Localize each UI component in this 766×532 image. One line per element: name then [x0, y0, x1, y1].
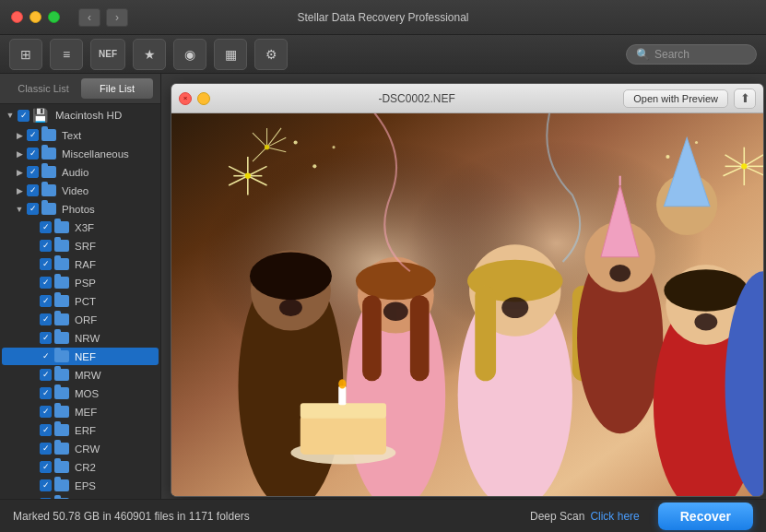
close-button[interactable]: [11, 11, 23, 23]
recover-button[interactable]: Recover: [658, 502, 753, 530]
tree-item-raf[interactable]: ▶RAF: [2, 255, 159, 273]
checkbox-x3f[interactable]: [40, 221, 52, 233]
tree-item-cr2[interactable]: ▶CR2: [2, 458, 159, 476]
tree-item-photos[interactable]: ▼Photos: [2, 200, 159, 218]
tree-item-pgm[interactable]: ▶PGM: [2, 495, 159, 499]
close-icon: ×: [183, 94, 188, 102]
checkbox-miscellaneous[interactable]: [27, 148, 39, 160]
svg-point-5: [250, 253, 332, 301]
tree-item-audio[interactable]: ▶Audio: [2, 163, 159, 181]
tree-label-pgm: PGM: [75, 499, 99, 500]
forward-button[interactable]: ›: [106, 8, 128, 27]
checkbox-mos[interactable]: [40, 387, 52, 399]
checkbox-erf[interactable]: [40, 424, 52, 436]
folder-icon: [54, 498, 69, 499]
folder-icon: [41, 203, 56, 215]
tree-label-nef: NEF: [75, 351, 96, 362]
tree-label-mos: MOS: [75, 388, 99, 399]
checkbox-nef[interactable]: [40, 350, 52, 362]
click-here-link[interactable]: Click here: [590, 510, 639, 523]
preview-minimize-button[interactable]: [197, 92, 210, 105]
folder-icon: [54, 332, 69, 344]
tree-item-macintosh-hd[interactable]: ▼💾Macintosh HD: [2, 105, 159, 125]
toolbar-btn-star[interactable]: ★: [133, 39, 166, 70]
checkbox-mef[interactable]: [40, 406, 52, 418]
tree-item-crw[interactable]: ▶CRW: [2, 440, 159, 457]
tree-item-nrw[interactable]: ▶NRW: [2, 329, 159, 347]
share-button[interactable]: ⬆: [734, 89, 756, 109]
tree-item-text[interactable]: ▶Text: [2, 126, 159, 144]
preview-close-button[interactable]: ×: [179, 92, 192, 105]
tree-label-miscellaneous: Miscellaneous: [62, 148, 129, 160]
tree-item-x3f[interactable]: ▶X3F: [2, 219, 159, 236]
tree-item-video[interactable]: ▶Video: [2, 182, 159, 199]
back-button[interactable]: ‹: [78, 8, 100, 27]
svg-point-53: [695, 141, 698, 144]
tree-label-x3f: X3F: [75, 222, 94, 233]
svg-point-8: [356, 262, 436, 300]
tree-item-mrw[interactable]: ▶MRW: [2, 366, 159, 384]
tab-file-list[interactable]: File List: [81, 78, 153, 99]
checkbox-orf[interactable]: [40, 313, 52, 325]
toolbar-btn-grid2[interactable]: ▦: [214, 39, 247, 70]
checkbox-pct[interactable]: [40, 295, 52, 307]
tree-label-srf: SRF: [75, 241, 96, 252]
checkbox-nrw[interactable]: [40, 332, 52, 344]
checkbox-cr2[interactable]: [40, 461, 52, 473]
tree-item-pct[interactable]: ▶PCT: [2, 292, 159, 310]
toolbar-btn-list[interactable]: ≡: [50, 39, 83, 70]
checkbox-audio[interactable]: [27, 166, 39, 178]
checkbox-video[interactable]: [27, 184, 39, 196]
chevron-icon: ▶: [15, 186, 24, 195]
folder-icon: [54, 387, 69, 399]
sidebar: Classic List File List ▼💾Macintosh HD▶Te…: [0, 74, 161, 499]
checkbox-eps[interactable]: [40, 479, 52, 491]
content-area: × -DSC0002.NEF Open with Preview ⬆: [161, 74, 766, 499]
tree-item-nef[interactable]: ▶NEF: [2, 348, 159, 365]
toolbar-btn-circle[interactable]: ◉: [173, 39, 206, 70]
preview-filename: -DSC0002.NEF: [216, 92, 618, 105]
checkbox-raf[interactable]: [40, 258, 52, 270]
checkbox-srf[interactable]: [40, 240, 52, 252]
tree-item-mef[interactable]: ▶MEF: [2, 403, 159, 420]
drive-icon: 💾: [32, 108, 48, 123]
tree-label-text: Text: [62, 130, 81, 141]
toolbar-btn-gear[interactable]: ⚙: [254, 39, 288, 70]
checkbox-psp[interactable]: [40, 277, 52, 289]
checkbox-crw[interactable]: [40, 443, 52, 455]
chevron-icon: ▼: [6, 111, 15, 120]
tree-label-eps: EPS: [75, 480, 96, 491]
toolbar-btn-nef[interactable]: NEF: [90, 39, 125, 70]
deep-scan-label: Deep Scan: [530, 510, 584, 523]
tree-item-eps[interactable]: ▶EPS: [2, 477, 159, 494]
toolbar-btn-grid[interactable]: ⊞: [9, 39, 42, 70]
search-input[interactable]: [654, 48, 747, 61]
tree-item-orf[interactable]: ▶ORF: [2, 311, 159, 328]
open-with-preview-button[interactable]: Open with Preview: [623, 89, 728, 108]
preview-header: × -DSC0002.NEF Open with Preview ⬆: [171, 84, 763, 113]
tree-label-cr2: CR2: [75, 462, 96, 473]
status-bar: Marked 50.78 GB in 460901 files in 1171 …: [0, 499, 766, 532]
folder-icon: [54, 443, 69, 455]
checkbox-macintosh-hd[interactable]: [18, 110, 29, 122]
maximize-button[interactable]: [48, 11, 60, 23]
tree-label-nrw: NRW: [75, 333, 100, 344]
checkbox-mrw[interactable]: [40, 369, 52, 381]
checkbox-text[interactable]: [27, 129, 39, 141]
folder-icon: [54, 313, 69, 325]
nav-area: ‹ ›: [78, 8, 128, 27]
svg-point-49: [312, 164, 316, 168]
main-layout: Classic List File List ▼💾Macintosh HD▶Te…: [0, 74, 766, 499]
svg-point-48: [741, 163, 747, 169]
checkbox-photos[interactable]: [27, 203, 39, 215]
svg-point-58: [338, 379, 346, 388]
tree-item-srf[interactable]: ▶SRF: [2, 237, 159, 254]
tree-item-mos[interactable]: ▶MOS: [2, 384, 159, 402]
tree-item-erf[interactable]: ▶ERF: [2, 421, 159, 439]
checkbox-pgm[interactable]: [40, 498, 52, 499]
tab-classic-list[interactable]: Classic List: [7, 78, 79, 99]
search-box[interactable]: 🔍: [626, 44, 757, 65]
tree-item-miscellaneous[interactable]: ▶Miscellaneous: [2, 145, 159, 162]
tree-item-psp[interactable]: ▶PSP: [2, 274, 159, 291]
minimize-button[interactable]: [29, 11, 41, 23]
